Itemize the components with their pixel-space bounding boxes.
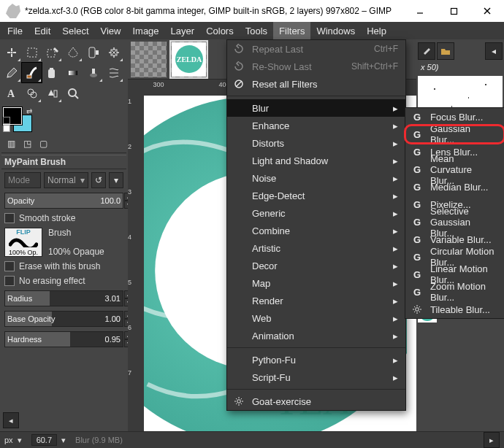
menu-item-artistic[interactable]: Artistic▸ xyxy=(227,239,405,257)
menu-item-script-fu[interactable]: Script-Fu▸ xyxy=(227,368,405,386)
menu-file[interactable]: File xyxy=(1,22,28,39)
gegl-icon: G xyxy=(411,234,423,245)
zoom-field[interactable]: 60.7 xyxy=(31,434,57,446)
erase-checkbox[interactable]: Erase with this brush xyxy=(1,260,126,273)
tool-7[interactable] xyxy=(22,63,42,82)
color-swatch[interactable]: ⇄ xyxy=(3,107,32,132)
window-close-button[interactable] xyxy=(470,0,504,22)
menu-item-web[interactable]: Web▸ xyxy=(227,309,405,327)
blur-item-mean-curvature-blur-[interactable]: GMean Curvature Blur... xyxy=(405,161,504,178)
unit-select[interactable]: px▾ xyxy=(4,436,24,445)
menu-item-edge-detect[interactable]: Edge-Detect▸ xyxy=(227,187,405,204)
blur-item-tileable-blur-[interactable]: Tileable Blur... xyxy=(405,301,504,318)
tool-2[interactable] xyxy=(42,42,62,62)
menu-item-render[interactable]: Render▸ xyxy=(227,292,405,309)
ruler-vertical[interactable]: 1234567 xyxy=(128,80,144,431)
svg-line-48 xyxy=(419,306,420,307)
noerase-checkbox[interactable]: No erasing effect xyxy=(1,274,126,287)
tool-13[interactable] xyxy=(22,83,42,103)
tool-3[interactable] xyxy=(63,42,83,62)
mode-select[interactable]: Normal▾ xyxy=(44,172,88,188)
left-arrow-button[interactable]: ◂ xyxy=(3,412,19,428)
gegl-icon: G xyxy=(411,199,423,210)
gegl-icon: G xyxy=(411,217,423,228)
chevron-down-icon: ▾ xyxy=(80,175,85,185)
tool-11[interactable] xyxy=(104,63,123,82)
dock-tab-brush[interactable] xyxy=(418,42,435,60)
svg-point-40 xyxy=(416,308,419,312)
tool-15[interactable] xyxy=(63,83,83,103)
menu-item-distorts[interactable]: Distorts▸ xyxy=(227,134,405,152)
window-title: *zelda.xcf-3.0 (RGB color 8-bit gamma in… xyxy=(25,6,392,16)
tool-10[interactable] xyxy=(83,63,103,82)
menu-item-light-and-shadow[interactable]: Light and Shadow▸ xyxy=(227,152,405,169)
menu-colors[interactable]: Colors xyxy=(200,22,240,39)
menu-help[interactable]: Help xyxy=(361,22,392,39)
blur-item-median-blur-[interactable]: GMedian Blur... xyxy=(405,178,504,196)
menu-item-generic[interactable]: Generic▸ xyxy=(227,204,405,222)
right-arrow-button[interactable]: ▸ xyxy=(484,432,500,448)
tool-5[interactable] xyxy=(104,42,123,62)
window-minimize-button[interactable] xyxy=(403,0,437,22)
svg-line-45 xyxy=(414,306,415,307)
menu-item-map[interactable]: Map▸ xyxy=(227,274,405,292)
smooth-stroke-checkbox[interactable]: Smooth stroke xyxy=(1,212,126,225)
svg-rect-11 xyxy=(48,69,55,78)
menu-edit[interactable]: Edit xyxy=(28,22,56,39)
radius-slider[interactable]: Radius 3.01 ▴▾ xyxy=(4,290,123,306)
menu-filters[interactable]: Filters xyxy=(273,22,310,39)
tool-8[interactable] xyxy=(42,63,62,82)
menubar: FileEditSelectViewImageLayerColorsToolsF… xyxy=(0,22,504,39)
hardness-slider[interactable]: Hardness 0.95 ▴▾ xyxy=(4,331,123,347)
menu-view[interactable]: View xyxy=(95,22,127,39)
mode-label: Mode xyxy=(4,172,41,188)
images-tab-icon[interactable]: ▢ xyxy=(37,138,50,150)
menu-item-python-fu[interactable]: Python-Fu▸ xyxy=(227,351,405,368)
menu-item-blur[interactable]: Blur▸ xyxy=(227,99,405,117)
tool-12[interactable]: A xyxy=(1,83,21,103)
tool-0[interactable] xyxy=(1,42,21,62)
mode-menu-button[interactable]: ▾ xyxy=(109,172,123,188)
tool-14[interactable] xyxy=(42,83,62,103)
toolbox: A ⇄ ▥ ◳ ▢ MyPaint Brush Mode Normal▾ ↺ xyxy=(0,39,128,431)
mode-toggle-button[interactable]: ↺ xyxy=(91,172,106,188)
svg-rect-5 xyxy=(28,48,37,57)
blur-item-gaussian-blur-[interactable]: GGaussian Blur... xyxy=(405,125,504,143)
zoom-dropdown[interactable]: ▾ xyxy=(59,436,68,445)
tool-1[interactable] xyxy=(22,42,42,62)
menu-select[interactable]: Select xyxy=(56,22,94,39)
menu-image[interactable]: Image xyxy=(126,22,164,39)
menu-item-combine[interactable]: Combine▸ xyxy=(227,222,405,239)
thumb-zelda[interactable]: ZELDA xyxy=(171,42,207,77)
menu-item-reset-all-filters[interactable]: Reset all Filters xyxy=(227,75,405,93)
menu-item-goat-exercise[interactable]: Goat-exercise xyxy=(227,393,405,410)
menu-item-decor[interactable]: Decor▸ xyxy=(227,257,405,274)
opacity-slider[interactable]: Opacity 100.0 ▴▾ xyxy=(4,193,123,209)
device-status-tab-icon[interactable]: ◳ xyxy=(20,138,34,150)
dock-tab-folder[interactable] xyxy=(437,42,454,60)
menu-tools[interactable]: Tools xyxy=(240,22,273,39)
base-opacity-slider[interactable]: Base Opacity 1.00 ▴▾ xyxy=(4,311,123,327)
brush-preview[interactable]: FLIP 100% Op. xyxy=(4,228,42,257)
menu-item-noise[interactable]: Noise▸ xyxy=(227,169,405,187)
gegl-icon xyxy=(411,304,423,314)
swap-colors-icon[interactable]: ⇄ xyxy=(26,107,32,115)
dock-menu-button[interactable]: ◂ xyxy=(485,42,503,60)
svg-line-38 xyxy=(236,403,237,404)
tool-6[interactable] xyxy=(1,63,21,82)
default-colors-icon[interactable] xyxy=(3,117,10,132)
thumb-checker[interactable] xyxy=(131,42,167,77)
blur-item-selective-gaussian-blur-[interactable]: GSelective Gaussian Blur... xyxy=(405,213,504,231)
tool-9[interactable] xyxy=(63,63,83,82)
menu-item-animation[interactable]: Animation▸ xyxy=(227,327,405,344)
gegl-icon: G xyxy=(411,112,423,123)
svg-rect-7 xyxy=(89,47,95,58)
blur-item-zoom-motion-blur-[interactable]: GZoom Motion Blur... xyxy=(405,283,504,301)
tool-opts-tab-icon[interactable]: ▥ xyxy=(4,138,18,150)
chevron-right-icon: ▸ xyxy=(391,243,398,254)
menu-layer[interactable]: Layer xyxy=(165,22,201,39)
menu-windows[interactable]: Windows xyxy=(310,22,361,39)
tool-4[interactable] xyxy=(83,42,103,62)
window-maximize-button[interactable] xyxy=(437,0,470,22)
menu-item-enhance[interactable]: Enhance▸ xyxy=(227,117,405,134)
